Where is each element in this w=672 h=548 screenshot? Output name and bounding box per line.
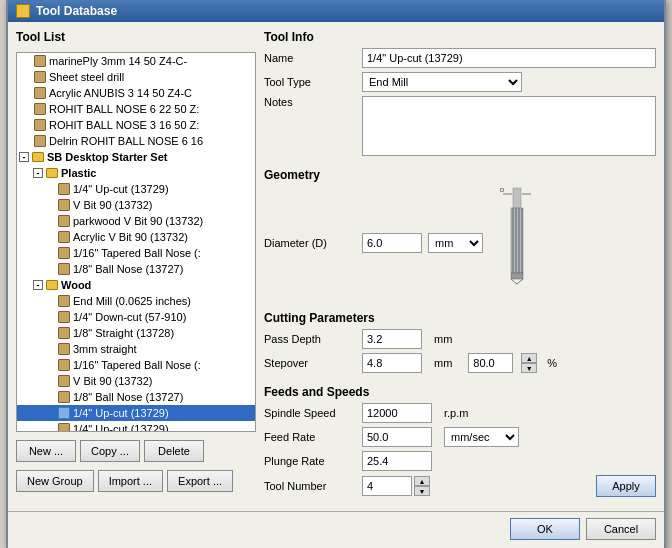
spindle-row: Spindle Speed r.p.m [264, 403, 656, 423]
tree-label: V Bit 90 (13732) [73, 199, 153, 211]
diameter-row: Diameter (D) mm inches [264, 186, 656, 299]
bottom-buttons-row2: New Group Import ... Export ... [16, 470, 256, 492]
feed-rate-input[interactable] [362, 427, 432, 447]
ok-button[interactable]: OK [510, 518, 580, 540]
tree-item-vbit90-1[interactable]: V Bit 90 (13732) [17, 197, 255, 213]
tree-label: Sheet steel drill [49, 71, 124, 83]
tree-label: Acrylic ANUBIS 3 14 50 Z4-C [49, 87, 192, 99]
tree-item-acrylic-vbit[interactable]: Acrylic V Bit 90 (13732) [17, 229, 255, 245]
name-row: Name [264, 48, 656, 68]
tool-icon [58, 327, 70, 339]
notes-row: Notes [264, 96, 656, 156]
tree-label: Delrin ROHIT BALL NOSE 6 16 [49, 135, 203, 147]
tree-item-tapered-ball-1[interactable]: 1/16" Tapered Ball Nose (: [17, 245, 255, 261]
name-input[interactable] [362, 48, 656, 68]
bottom-buttons-row1: New ... Copy ... Delete [16, 440, 256, 462]
tree-label: Acrylic V Bit 90 (13732) [73, 231, 188, 243]
copy-button[interactable]: Copy ... [80, 440, 140, 462]
stepover-up-button[interactable]: ▲ [521, 353, 537, 363]
svg-rect-0 [513, 188, 521, 208]
tree-group-sb-desktop[interactable]: - SB Desktop Starter Set [17, 149, 255, 165]
tool-icon [34, 71, 46, 83]
tree-item-3mm-straight[interactable]: 3mm straight [17, 341, 255, 357]
stepover-pct-input[interactable] [468, 353, 513, 373]
tree-item-straight-1[interactable]: 1/8" Straight (13728) [17, 325, 255, 341]
tree-item-rohit2[interactable]: ROHIT BALL NOSE 3 16 50 Z: [17, 117, 255, 133]
diameter-unit-select[interactable]: mm inches [428, 233, 483, 253]
tree-group-wood[interactable]: - Wood [17, 277, 255, 293]
tree-label: 1/4" Up-cut (13729) [73, 407, 169, 419]
plunge-input[interactable] [362, 451, 432, 471]
plunge-label: Plunge Rate [264, 455, 354, 467]
tree-item-ball-nose-2[interactable]: 1/8" Ball Nose (13727) [17, 389, 255, 405]
folder-icon [46, 280, 58, 290]
endmill-svg: D [499, 186, 535, 296]
tool-icon [58, 199, 70, 211]
tool-list-title: Tool List [16, 30, 256, 44]
tree-label: Plastic [61, 167, 96, 179]
tool-number-up-button[interactable]: ▲ [414, 476, 430, 486]
tree-item-delrin[interactable]: Delrin ROHIT BALL NOSE 6 16 [17, 133, 255, 149]
svg-line-8 [517, 279, 523, 284]
stepover-label: Stepover [264, 357, 354, 369]
spindle-input[interactable] [362, 403, 432, 423]
tree-item-sheet-steel[interactable]: Sheet steel drill [17, 69, 255, 85]
apply-button[interactable]: Apply [596, 475, 656, 497]
tree-item-rohit1[interactable]: ROHIT BALL NOSE 6 22 50 Z: [17, 101, 255, 117]
tree-item-tapered-ball-2[interactable]: 1/16" Tapered Ball Nose (: [17, 357, 255, 373]
tool-tree[interactable]: marinePly 3mm 14 50 Z4-C- Sheet steel dr… [16, 52, 256, 432]
import-button[interactable]: Import ... [98, 470, 163, 492]
expand-icon[interactable]: - [33, 280, 43, 290]
tree-label: 1/16" Tapered Ball Nose (: [73, 359, 201, 371]
tool-icon [58, 391, 70, 403]
stepover-down-button[interactable]: ▼ [521, 363, 537, 373]
export-button[interactable]: Export ... [167, 470, 233, 492]
delete-button[interactable]: Delete [144, 440, 204, 462]
stepover-input[interactable] [362, 353, 422, 373]
tree-item-marinePly[interactable]: marinePly 3mm 14 50 Z4-C- [17, 53, 255, 69]
tree-item-parkwood-vbit[interactable]: parkwood V Bit 90 (13732) [17, 213, 255, 229]
tool-number-input[interactable] [362, 476, 412, 496]
tree-group-plastic[interactable]: - Plastic [17, 165, 255, 181]
expand-icon[interactable]: - [19, 152, 29, 162]
tree-item-downcut[interactable]: 1/4" Down-cut (57-910) [17, 309, 255, 325]
stepover-unit: mm [434, 357, 452, 369]
tree-item-upcut-2[interactable]: 1/4" Up-cut (13729) [17, 421, 255, 432]
tree-item-upcut-selected[interactable]: 1/4" Up-cut (13729) [17, 405, 255, 421]
tool-number-row: Tool Number ▲ ▼ Apply [264, 475, 656, 497]
new-button[interactable]: New ... [16, 440, 76, 462]
expand-icon[interactable]: - [33, 168, 43, 178]
tool-type-select[interactable]: End Mill Ball Nose V-Bit Drill [362, 72, 522, 92]
plunge-rate-row: Plunge Rate [264, 451, 656, 471]
tool-type-label: Tool Type [264, 76, 354, 88]
svg-line-7 [511, 279, 517, 284]
tree-label: 1/8" Ball Nose (13727) [73, 391, 183, 403]
tree-item-vbit90-2[interactable]: V Bit 90 (13732) [17, 373, 255, 389]
dialog-icon [16, 4, 30, 18]
tree-label: 1/4" Up-cut (13729) [73, 183, 169, 195]
pct-sign: % [547, 357, 557, 369]
cancel-button[interactable]: Cancel [586, 518, 656, 540]
tree-item-acrylic-anubis[interactable]: Acrylic ANUBIS 3 14 50 Z4-C [17, 85, 255, 101]
svg-text:D: D [500, 187, 505, 193]
new-group-button[interactable]: New Group [16, 470, 94, 492]
pass-depth-input[interactable] [362, 329, 422, 349]
tool-icon [58, 359, 70, 371]
endmill-diagram: D [499, 186, 535, 299]
notes-textarea[interactable] [362, 96, 656, 156]
tree-item-end-mill[interactable]: End Mill (0.0625 inches) [17, 293, 255, 309]
tool-number-down-button[interactable]: ▼ [414, 486, 430, 496]
tool-icon [34, 119, 46, 131]
tree-item-ball-nose-1[interactable]: 1/8" Ball Nose (13727) [17, 261, 255, 277]
tree-label: ROHIT BALL NOSE 3 16 50 Z: [49, 119, 199, 131]
tool-number-label: Tool Number [264, 480, 354, 492]
stepover-row: Stepover mm ▲ ▼ % [264, 353, 656, 373]
tool-icon [34, 135, 46, 147]
diameter-input[interactable] [362, 233, 422, 253]
feed-unit-select[interactable]: mm/sec mm/min in/sec in/min [444, 427, 519, 447]
tool-icon [58, 343, 70, 355]
tree-label: V Bit 90 (13732) [73, 375, 153, 387]
geometry-section: Geometry Diameter (D) mm inches [264, 168, 656, 303]
tree-item-plastic-upcut[interactable]: 1/4" Up-cut (13729) [17, 181, 255, 197]
tool-icon [58, 423, 70, 432]
